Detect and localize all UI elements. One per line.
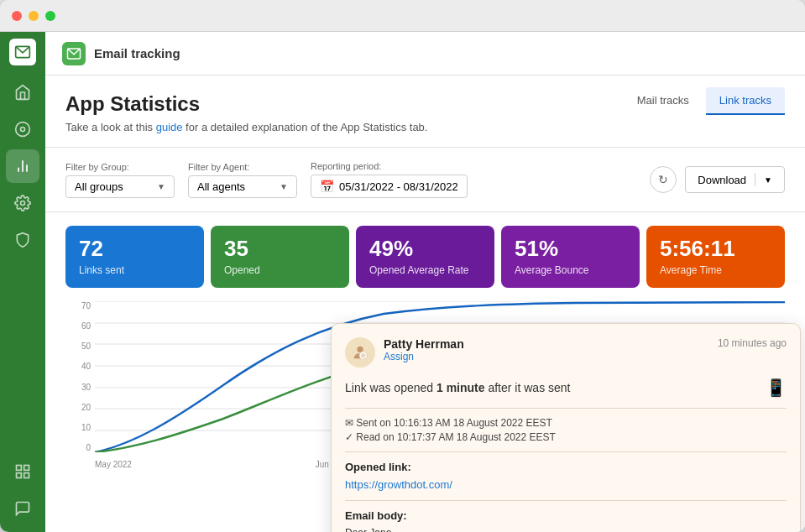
notif-divider-3 [345, 500, 787, 501]
chevron-down-icon: ▼ [157, 182, 165, 191]
stat-label-opened-avg: Opened Average Rate [369, 264, 481, 276]
filter-group-period: Reporting period: 📅 05/31/2022 - 08/31/2… [311, 161, 468, 198]
group-filter-value: All groups [75, 180, 123, 193]
app-window: Email tracking App Statistics Take a loo… [0, 0, 805, 532]
stat-label-links-sent: Links sent [79, 264, 191, 276]
svg-point-6 [21, 201, 25, 206]
notif-opened-link-title: Opened link: [345, 461, 787, 473]
notif-header: Patty Herrman Assign 10 minutes ago [345, 337, 787, 368]
notif-opened-link-url[interactable]: https://growthdot.com/ [345, 478, 452, 491]
app-main: Email tracking App Statistics Take a loo… [0, 32, 805, 532]
notif-avatar [345, 337, 375, 368]
page-subtitle: Take a look at this guide for a detailed… [65, 121, 785, 133]
filters-actions: ↻ Download ▼ [650, 166, 785, 193]
stat-value-opened: 35 [224, 237, 336, 259]
subtitle-text: Take a look at this [65, 121, 156, 133]
chevron-down-icon-download: ▼ [764, 175, 772, 185]
app-logo[interactable] [9, 39, 36, 65]
tab-link-tracks[interactable]: Link tracks [706, 87, 785, 115]
body-line-1: Dear Jane, [345, 525, 787, 532]
titlebar [0, 0, 805, 32]
chevron-down-icon-agent: ▼ [280, 182, 288, 191]
notif-assign-link[interactable]: Assign [384, 351, 718, 362]
svg-rect-10 [24, 473, 29, 478]
stat-card-avg-time: 5:56:11 Average Time [646, 226, 785, 288]
group-filter-select[interactable]: All groups ▼ [65, 175, 175, 198]
topbar-icon [62, 42, 86, 65]
notif-divider-1 [345, 408, 787, 409]
sidebar [0, 32, 45, 532]
sidebar-item-settings[interactable] [6, 186, 39, 220]
download-label: Download [698, 174, 746, 186]
filters-row: Filter by Group: All groups ▼ Filter by … [45, 148, 805, 212]
stats-row: 72 Links sent 35 Opened 49% Opened Avera… [45, 212, 805, 295]
notif-divider-2 [345, 451, 787, 452]
sidebar-item-shield[interactable] [6, 223, 39, 257]
notif-summary: Link was opened 1 minute after it was se… [345, 378, 787, 398]
notif-read-detail: ✓ Read on 10:17:37 AM 18 August 2022 EES… [345, 431, 787, 443]
period-filter-label: Reporting period: [311, 161, 468, 171]
svg-point-1 [16, 123, 30, 137]
filter-group-group: Filter by Group: All groups ▼ [65, 162, 175, 198]
sidebar-item-home[interactable] [6, 76, 39, 109]
notif-name-section: Patty Herrman Assign [384, 337, 718, 362]
page-content: App Statistics Take a look at this guide… [45, 76, 805, 532]
svg-point-2 [21, 128, 25, 132]
notif-body-text: Dear Jane, Your delivery status has been… [345, 525, 787, 532]
refresh-button[interactable]: ↻ [650, 166, 677, 193]
notif-summary-text: Link was opened 1 minute after it was se… [345, 381, 570, 394]
stat-value-opened-avg: 49% [369, 237, 481, 259]
x-label-may: May 2022 [95, 460, 132, 469]
app-topbar: Email tracking [45, 32, 805, 76]
chart-y-labels: 0 10 20 30 40 50 60 70 [65, 301, 91, 452]
sidebar-item-chart[interactable] [6, 149, 39, 183]
svg-rect-8 [24, 466, 29, 471]
stat-value-avg-bounce: 51% [515, 237, 626, 259]
refresh-icon: ↻ [658, 173, 668, 186]
notif-email-body-title: Email body: [345, 509, 787, 522]
sidebar-item-grid[interactable] [6, 455, 39, 488]
period-value: 05/31/2022 - 08/31/2022 [339, 180, 458, 193]
minimize-button[interactable] [29, 11, 39, 21]
y-label-40: 40 [65, 362, 91, 371]
stat-card-opened: 35 Opened [211, 226, 349, 288]
notification-popup: Patty Herrman Assign 10 minutes ago Link… [331, 323, 801, 532]
calendar-icon: 📅 [320, 180, 334, 193]
period-date-input[interactable]: 📅 05/31/2022 - 08/31/2022 [311, 175, 468, 198]
guide-link[interactable]: guide [156, 121, 183, 133]
agent-filter-label: Filter by Agent: [188, 162, 297, 172]
y-label-50: 50 [65, 342, 91, 351]
maximize-button[interactable] [45, 11, 55, 21]
agent-filter-select[interactable]: All agents ▼ [188, 175, 297, 198]
sidebar-item-tracking[interactable] [6, 112, 39, 146]
close-button[interactable] [12, 11, 22, 21]
filter-group-agent: Filter by Agent: All agents ▼ [188, 162, 297, 198]
stat-value-links-sent: 72 [79, 237, 191, 259]
subtitle-after: for a detailed explanation of the App St… [182, 121, 427, 133]
content-area: Email tracking App Statistics Take a loo… [45, 32, 805, 532]
svg-rect-7 [17, 466, 22, 471]
tab-mail-tracks[interactable]: Mail tracks [624, 87, 703, 115]
y-label-70: 70 [65, 301, 91, 310]
download-button[interactable]: Download ▼ [685, 166, 785, 193]
stat-label-opened: Opened [224, 264, 336, 276]
y-label-20: 20 [65, 403, 91, 412]
stat-label-avg-time: Average Time [660, 264, 771, 276]
y-label-60: 60 [65, 321, 91, 331]
group-filter-label: Filter by Group: [65, 162, 175, 172]
svg-rect-9 [17, 473, 22, 478]
sidebar-item-chat[interactable] [6, 492, 39, 525]
y-label-0: 0 [65, 443, 91, 452]
app-title-label: Email tracking [94, 46, 180, 60]
stat-label-avg-bounce: Average Bounce [515, 264, 626, 276]
notif-name: Patty Herrman [384, 337, 718, 351]
stat-card-avg-bounce: 51% Average Bounce [501, 226, 640, 288]
stat-card-links-sent: 72 Links sent [65, 226, 204, 288]
device-icon: 📱 [766, 378, 787, 398]
agent-filter-value: All agents [197, 180, 245, 193]
y-label-10: 10 [65, 423, 91, 432]
stat-card-opened-avg: 49% Opened Average Rate [356, 226, 494, 288]
y-label-30: 30 [65, 383, 91, 392]
svg-point-21 [361, 353, 366, 358]
notif-time: 10 minutes ago [718, 337, 787, 349]
